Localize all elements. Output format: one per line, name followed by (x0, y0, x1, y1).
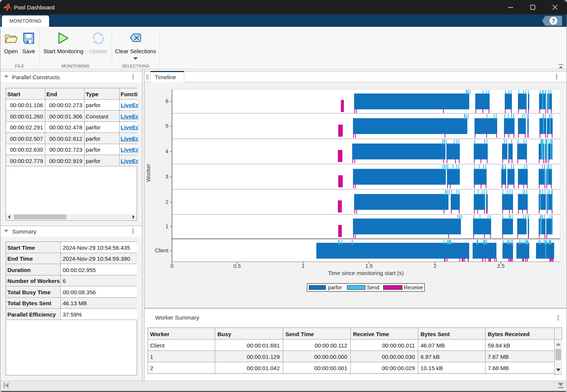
svg-text:2: 2 (165, 199, 168, 205)
svg-text:2.5: 2.5 (497, 263, 505, 269)
svg-text:Receive: Receive (404, 284, 423, 291)
svg-text:2: 2 (433, 263, 436, 269)
svg-text:parfor: parfor (328, 284, 342, 291)
svg-text:1: 1 (165, 223, 168, 229)
svg-text:Time since monitoring start (s: Time since monitoring start (s) (328, 270, 404, 276)
svg-text:3: 3 (165, 174, 168, 180)
svg-text:Send: Send (367, 284, 379, 291)
svg-text:1.5: 1.5 (365, 263, 373, 269)
svg-text:Client: Client (155, 247, 168, 254)
svg-text:Worker: Worker (145, 164, 151, 182)
svg-text:5: 5 (165, 123, 168, 129)
svg-text:1: 1 (302, 263, 305, 269)
svg-text:0.5: 0.5 (233, 263, 241, 269)
svg-text:4: 4 (165, 148, 168, 154)
svg-text:6: 6 (165, 98, 168, 104)
svg-text:0: 0 (171, 263, 174, 269)
svg-text:?: ? (552, 18, 555, 24)
